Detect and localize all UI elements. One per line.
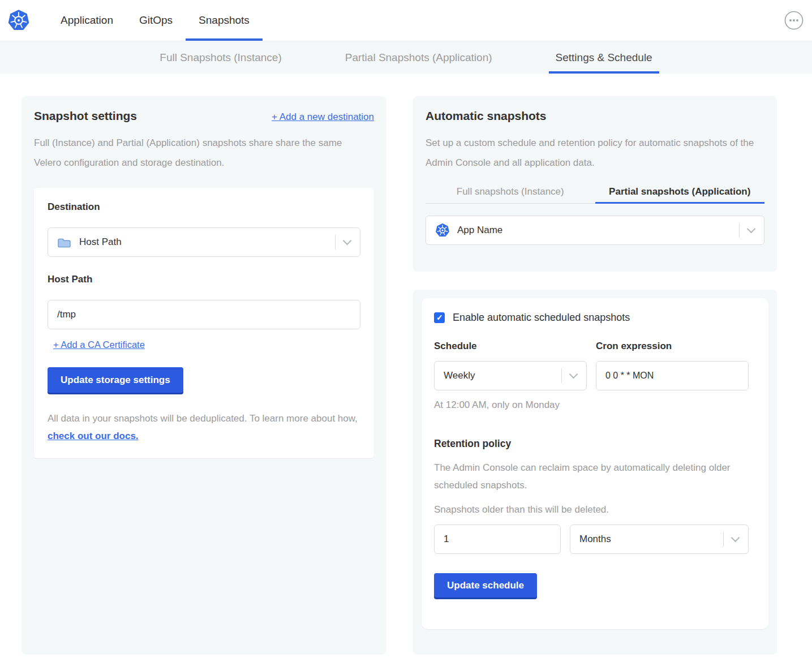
- tab-settings-schedule[interactable]: Settings & Schedule: [549, 41, 659, 74]
- docs-link[interactable]: check out our docs.: [48, 431, 139, 441]
- tab-partial-snapshots[interactable]: Partial Snapshots (Application): [338, 41, 499, 74]
- add-ca-certificate-link[interactable]: + Add a CA Certificate: [53, 339, 145, 350]
- chevron-down-icon: [569, 369, 578, 379]
- divider: [739, 223, 740, 238]
- retention-value-input[interactable]: [434, 525, 561, 554]
- snapshot-settings-title: Snapshot settings: [34, 109, 137, 123]
- ellipsis-icon: [784, 11, 804, 30]
- snapshot-settings-description: Full (Instance) and Partial (Application…: [34, 133, 365, 173]
- kubernetes-logo-icon: [7, 9, 30, 32]
- kubernetes-app-icon: [435, 223, 450, 238]
- overflow-menu-button[interactable]: [784, 11, 804, 30]
- retention-hint: Snapshots older than this will be delete…: [434, 504, 756, 515]
- retention-policy-title: Retention policy: [434, 438, 756, 450]
- nav-item-gitops[interactable]: GitOps: [126, 0, 186, 41]
- cron-expression-input[interactable]: [596, 361, 749, 390]
- retention-policy-description: The Admin Console can reclaim space by a…: [434, 459, 740, 494]
- primary-nav: Application GitOps Snapshots: [48, 0, 263, 41]
- retention-unit-value: Months: [579, 534, 611, 545]
- tab-full-snapshots-instance[interactable]: Full snapshots (Instance): [426, 180, 595, 203]
- app-select-value: App Name: [457, 225, 502, 236]
- enable-snapshots-label[interactable]: Enable automatic scheduled snapshots: [453, 312, 630, 324]
- host-path-label: Host Path: [48, 274, 360, 285]
- automatic-snapshots-title: Automatic snapshots: [426, 109, 764, 123]
- destination-label: Destination: [48, 201, 360, 213]
- nav-item-application[interactable]: Application: [48, 0, 126, 41]
- host-path-input[interactable]: [48, 300, 360, 329]
- add-new-destination-link[interactable]: + Add a new destination: [272, 111, 374, 123]
- storage-settings-card: Destination Host Path Host Path + Add a …: [34, 188, 374, 458]
- destination-select-value: Host Path: [79, 237, 122, 248]
- chevron-down-icon: [747, 224, 756, 233]
- enable-snapshots-row: Enable automatic scheduled snapshots: [434, 312, 756, 324]
- schedule-interval-value: Weekly: [444, 370, 475, 381]
- automatic-snapshots-description: Set up a custom schedule and retention p…: [426, 133, 764, 173]
- schedule-card: Enable automatic scheduled snapshots Sch…: [422, 298, 768, 629]
- divider: [561, 368, 562, 383]
- dedupe-note-text: All data in your snapshots will be dedup…: [48, 413, 358, 424]
- automatic-snapshots-tabs: Full snapshots (Instance) Partial snapsh…: [426, 180, 764, 204]
- app-select[interactable]: App Name: [426, 216, 764, 245]
- schedule-interval-select[interactable]: Weekly: [434, 361, 587, 390]
- retention-unit-select[interactable]: Months: [570, 525, 749, 554]
- destination-select[interactable]: Host Path: [48, 227, 360, 257]
- enable-snapshots-checkbox[interactable]: [434, 312, 445, 323]
- snapshot-settings-panel: Snapshot settings + Add a new destinatio…: [22, 96, 386, 655]
- tab-full-snapshots[interactable]: Full Snapshots (Instance): [153, 41, 288, 74]
- schedule-panel: Enable automatic scheduled snapshots Sch…: [413, 290, 777, 655]
- chevron-down-icon: [343, 236, 352, 245]
- schedule-label: Schedule: [434, 341, 587, 352]
- divider: [723, 532, 724, 547]
- update-storage-settings-button[interactable]: Update storage settings: [48, 367, 183, 393]
- cron-expression-label: Cron expression: [596, 341, 749, 352]
- chevron-down-icon: [731, 533, 740, 542]
- update-schedule-button[interactable]: Update schedule: [434, 573, 537, 597]
- dedupe-note: All data in your snapshots will be dedup…: [48, 410, 360, 445]
- folder-icon: [57, 237, 71, 248]
- top-nav: Application GitOps Snapshots: [0, 0, 812, 41]
- right-column: Automatic snapshots Set up a custom sche…: [413, 96, 777, 655]
- tab-partial-snapshots-application[interactable]: Partial snapshots (Application): [595, 180, 765, 203]
- automatic-snapshots-panel: Automatic snapshots Set up a custom sche…: [413, 96, 777, 272]
- snapshots-subnav: Full Snapshots (Instance) Partial Snapsh…: [0, 41, 812, 74]
- divider: [335, 235, 336, 250]
- cron-human-readable: At 12:00 AM, only on Monday: [434, 399, 756, 411]
- nav-item-snapshots[interactable]: Snapshots: [186, 0, 263, 41]
- main-content: Snapshot settings + Add a new destinatio…: [0, 74, 812, 655]
